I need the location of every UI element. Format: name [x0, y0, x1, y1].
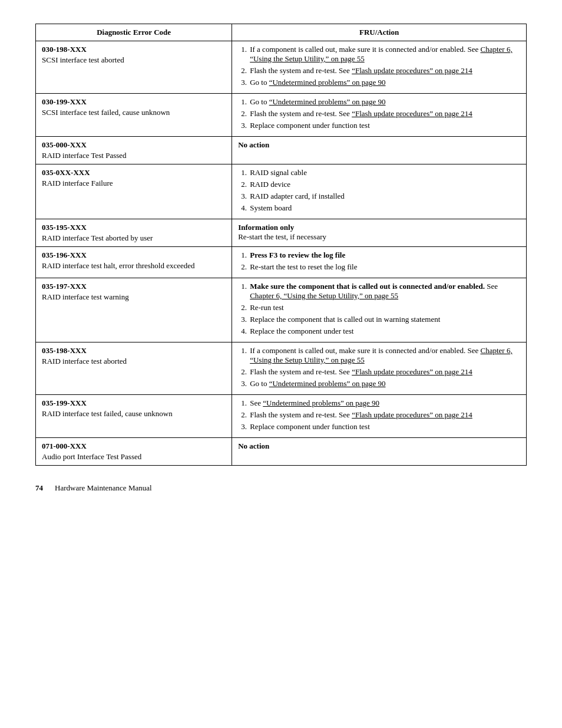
action-list: Go to “Undetermined problems” on page 90…: [249, 97, 520, 130]
list-item: Replace component under function test: [249, 422, 520, 431]
table-row: 030-198-XXXSCSI interface test abortedIf…: [36, 41, 527, 94]
error-code-cell: 035-198-XXXRAID interface test aborted: [36, 342, 232, 395]
error-code-cell: 035-196-XXXRAID interface test halt, err…: [36, 247, 232, 278]
action-link[interactable]: “Undetermined problems” on page 90: [269, 78, 386, 87]
error-code: 035-197-XXX: [42, 282, 226, 291]
action-list: If a component is called out, make sure …: [249, 346, 520, 388]
list-item: Re-start the test to reset the log file: [249, 262, 520, 272]
list-item: Go to “Undetermined problems” on page 90: [249, 97, 520, 107]
action-link[interactable]: Chapter 6, “Using the Setup Utility,” on…: [250, 346, 512, 364]
action-list: Press F3 to review the log fileRe-start …: [249, 251, 520, 272]
action-cell: Go to “Undetermined problems” on page 90…: [232, 94, 527, 137]
table-row: 035-196-XXXRAID interface test halt, err…: [36, 247, 527, 278]
error-code-cell: 035-0XX-XXXRAID interface Failure: [36, 164, 232, 219]
page-footer: 74 Hardware Maintenance Manual: [35, 483, 527, 493]
list-item: System board: [249, 203, 520, 213]
error-desc: RAID interface Test Passed: [42, 151, 226, 160]
action-cell: If a component is called out, make sure …: [232, 41, 527, 94]
error-desc: SCSI interface test aborted: [42, 55, 226, 65]
error-code: 035-198-XXX: [42, 346, 226, 355]
action-link[interactable]: “Flash update procedures” on page 214: [352, 367, 472, 376]
action-link[interactable]: “Flash update procedures” on page 214: [352, 109, 472, 118]
list-item: RAID adapter card, if installed: [249, 192, 520, 201]
table-row: 035-000-XXXRAID interface Test PassedNo …: [36, 137, 527, 164]
table-row: 035-199-XXXRAID interface test failed, c…: [36, 395, 527, 438]
error-desc: RAID interface test failed, cause unknow…: [42, 409, 226, 419]
list-item: Flash the system and re-test. See “Flash…: [249, 367, 520, 377]
list-item: Go to “Undetermined problems” on page 90: [249, 78, 520, 87]
error-desc: RAID interface Test aborted by user: [42, 233, 226, 243]
no-action-text: No action: [238, 442, 269, 450]
action-cell: RAID signal cableRAID deviceRAID adapter…: [232, 164, 527, 219]
action-link[interactable]: “Undetermined problems” on page 90: [269, 379, 386, 388]
list-item: Flash the system and re-test. See “Flash…: [249, 109, 520, 118]
no-action-text: No action: [238, 140, 269, 149]
list-item: Replace the component under test: [249, 327, 520, 336]
list-item: If a component is called out, make sure …: [249, 346, 520, 365]
error-code-cell: 030-198-XXXSCSI interface test aborted: [36, 41, 232, 94]
error-code-cell: 035-199-XXXRAID interface test failed, c…: [36, 395, 232, 438]
action-link[interactable]: “Undetermined problems” on page 90: [263, 398, 379, 407]
table-row: 030-199-XXXSCSI interface test failed, c…: [36, 94, 527, 137]
action-cell: No action: [232, 438, 527, 466]
error-code: 035-195-XXX: [42, 223, 226, 232]
error-desc: Audio port Interface Test Passed: [42, 452, 226, 462]
action-list: If a component is called out, make sure …: [249, 45, 520, 87]
error-code: 035-199-XXX: [42, 398, 226, 408]
error-code: 035-000-XXX: [42, 140, 226, 150]
action-cell: Information onlyRe-start the test, if ne…: [232, 219, 527, 247]
list-item: Replace component under function test: [249, 121, 520, 130]
error-code-cell: 071-000-XXXAudio port Interface Test Pas…: [36, 438, 232, 466]
list-item: Flash the system and re-test. See “Flash…: [249, 410, 520, 420]
action-link[interactable]: “Flash update procedures” on page 214: [352, 66, 472, 75]
action-list: Make sure the component that is called o…: [249, 282, 520, 336]
table-row: 035-0XX-XXXRAID interface FailureRAID si…: [36, 164, 527, 219]
action-cell: Press F3 to review the log fileRe-start …: [232, 247, 527, 278]
table-row: 035-197-XXXRAID interface test warningMa…: [36, 278, 527, 342]
col-header-fru: FRU/Action: [232, 24, 527, 41]
error-code: 035-0XX-XXX: [42, 168, 226, 177]
error-desc: RAID interface Failure: [42, 179, 226, 188]
action-link[interactable]: “Flash update procedures” on page 214: [352, 410, 472, 419]
action-list: See “Undetermined problems” on page 90Fl…: [249, 398, 520, 431]
error-code: 030-198-XXX: [42, 45, 226, 54]
diagnostic-table: Diagnostic Error Code FRU/Action 030-198…: [35, 24, 527, 466]
error-code-cell: 035-195-XXXRAID interface Test aborted b…: [36, 219, 232, 247]
list-item: Flash the system and re-test. See “Flash…: [249, 66, 520, 75]
action-cell: Make sure the component that is called o…: [232, 278, 527, 342]
error-code: 030-199-XXX: [42, 97, 226, 107]
list-item: Make sure the component that is called o…: [249, 282, 520, 301]
action-link[interactable]: Chapter 6, “Using the Setup Utility,” on…: [250, 45, 512, 63]
action-cell: No action: [232, 137, 527, 164]
action-cell: See “Undetermined problems” on page 90Fl…: [232, 395, 527, 438]
table-row: 035-195-XXXRAID interface Test aborted b…: [36, 219, 527, 247]
error-code-cell: 035-197-XXXRAID interface test warning: [36, 278, 232, 342]
error-desc: RAID interface test halt, error threshol…: [42, 261, 226, 271]
error-desc: RAID interface test aborted: [42, 357, 226, 366]
footer-title: Hardware Maintenance Manual: [55, 483, 152, 493]
error-code: 035-196-XXX: [42, 251, 226, 260]
page-content: Diagnostic Error Code FRU/Action 030-198…: [35, 24, 527, 493]
list-item: Press F3 to review the log file: [249, 251, 520, 260]
error-code-cell: 030-199-XXXSCSI interface test failed, c…: [36, 94, 232, 137]
info-only-label: Information only: [238, 223, 520, 232]
table-row: 035-198-XXXRAID interface test abortedIf…: [36, 342, 527, 395]
info-text: Re-start the test, if necessary: [238, 232, 520, 242]
list-item: Re-run test: [249, 303, 520, 312]
list-item: RAID device: [249, 180, 520, 189]
list-item: Replace the component that is called out…: [249, 315, 520, 324]
error-code: 071-000-XXX: [42, 442, 226, 451]
list-item: RAID signal cable: [249, 168, 520, 177]
list-item: Go to “Undetermined problems” on page 90: [249, 379, 520, 388]
col-header-diagnostic: Diagnostic Error Code: [36, 24, 232, 41]
error-code-cell: 035-000-XXXRAID interface Test Passed: [36, 137, 232, 164]
list-item: See “Undetermined problems” on page 90: [249, 398, 520, 408]
action-link[interactable]: “Undetermined problems” on page 90: [269, 97, 386, 106]
action-link[interactable]: Chapter 6, “Using the Setup Utility,” on…: [250, 291, 398, 300]
error-desc: RAID interface test warning: [42, 292, 226, 302]
action-list: RAID signal cableRAID deviceRAID adapter…: [249, 168, 520, 213]
page-number: 74: [35, 483, 43, 493]
list-item: If a component is called out, make sure …: [249, 45, 520, 64]
action-cell: If a component is called out, make sure …: [232, 342, 527, 395]
error-desc: SCSI interface test failed, cause unknow…: [42, 108, 226, 117]
